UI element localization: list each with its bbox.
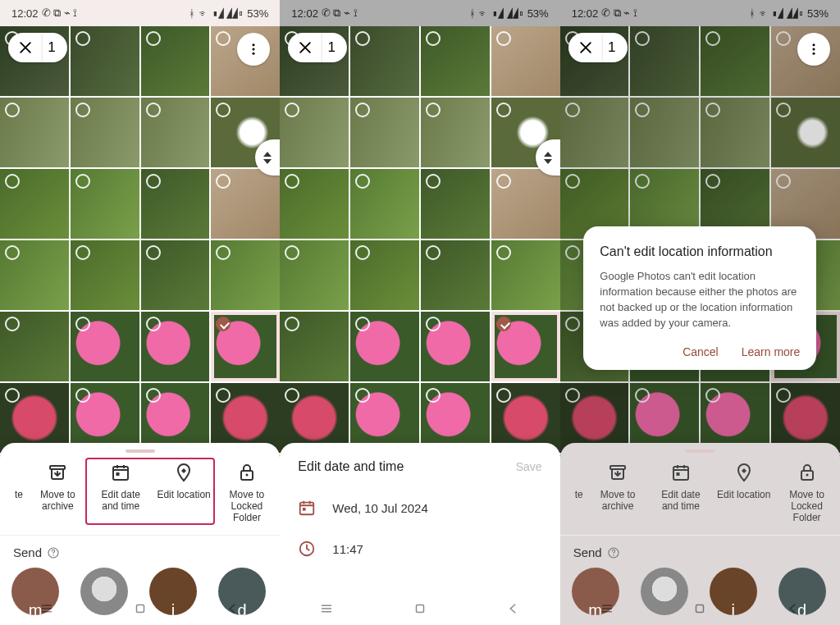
time-row[interactable]: 11:47 (280, 528, 559, 569)
select-circle[interactable] (75, 31, 90, 46)
nav-home-icon[interactable] (413, 601, 427, 616)
select-circle[interactable] (146, 103, 161, 117)
calendar-icon (298, 499, 316, 517)
android-navbar (560, 592, 840, 625)
location-edit-error-dialog: Can't edit location information Google P… (583, 226, 816, 370)
save-button[interactable]: Save (516, 460, 542, 473)
action-move-to-archive[interactable]: Move to archive (26, 463, 89, 523)
select-circle[interactable] (146, 31, 161, 46)
nav-back-icon[interactable] (226, 601, 240, 616)
selection-count: 1 (43, 33, 67, 62)
android-navbar (0, 592, 280, 625)
select-circle[interactable] (5, 174, 20, 189)
nav-recents-icon[interactable] (39, 601, 54, 616)
select-circle[interactable] (146, 388, 161, 403)
action-delete-partial[interactable]: te (2, 463, 26, 523)
select-circle[interactable] (5, 317, 20, 331)
clock-icon (298, 540, 316, 558)
nav-home-icon[interactable] (692, 601, 707, 616)
select-circle[interactable] (146, 245, 161, 260)
action-move-to-locked-folder[interactable]: Move to Locked Folder (215, 463, 278, 523)
sheet-handle[interactable] (126, 449, 155, 453)
dialog-body: Google Photos can't edit location inform… (600, 269, 800, 331)
select-circle[interactable] (146, 317, 161, 331)
dialog-learn-more-button[interactable]: Learn more (742, 345, 801, 358)
select-circle[interactable] (75, 245, 90, 260)
select-circle[interactable] (5, 103, 20, 117)
archive-icon (48, 463, 67, 482)
status-bar: 12:02 ✆ ⧉ ⌁ ⟟ ᚼ ᯤ ▮◢ ◢◢▯53% (280, 0, 559, 26)
status-battery: 53% (247, 7, 268, 20)
status-battery: 53% (807, 7, 829, 20)
send-section-header: Send (0, 536, 280, 568)
selection-count: 1 (603, 33, 628, 62)
selected-check-icon[interactable] (216, 317, 231, 331)
selection-bar: 1 (8, 33, 67, 62)
select-circle[interactable] (75, 388, 90, 403)
nav-back-icon[interactable] (786, 601, 801, 616)
lock-icon (237, 463, 257, 482)
status-bar: 12:02 ✆ ⧉ ⌁ ⟟ ᚼ ᯤ ▮◢ ◢◢▯53% (560, 0, 840, 26)
action-edit-date-time[interactable]: Edit date and time (89, 463, 153, 523)
select-circle[interactable] (75, 103, 90, 117)
select-circle[interactable] (75, 174, 90, 189)
status-time: 12:02 (572, 7, 599, 20)
action-edit-location[interactable]: Edit location (153, 463, 216, 523)
selected-photo[interactable] (211, 312, 280, 381)
close-selection-button[interactable] (8, 33, 43, 62)
android-navbar (280, 592, 559, 625)
time-value: 11:47 (332, 542, 363, 556)
nav-back-icon[interactable] (506, 601, 521, 616)
nav-recents-icon[interactable] (319, 601, 334, 616)
select-circle[interactable] (75, 317, 90, 331)
close-selection-button[interactable] (568, 33, 603, 62)
status-bar: 12:02 ✆ ⧉ ⌁ ⟟ ᚼ ᯤ ▮◢ ◢◢▯53% (0, 0, 280, 26)
date-value: Wed, 10 Jul 2024 (332, 501, 427, 515)
dialog-title: Can't edit location information (600, 244, 800, 259)
nav-home-icon[interactable] (133, 601, 148, 616)
sheet-title: Edit date and time (298, 459, 404, 474)
overflow-menu-button[interactable] (797, 33, 830, 66)
help-icon[interactable] (47, 546, 60, 559)
close-selection-button[interactable] (288, 33, 322, 62)
selection-count: 1 (322, 33, 347, 62)
nav-recents-icon[interactable] (600, 601, 614, 616)
status-time: 12:02 (291, 7, 318, 20)
select-circle[interactable] (5, 245, 20, 260)
date-row[interactable]: Wed, 10 Jul 2024 (280, 487, 559, 528)
select-circle[interactable] (5, 388, 20, 403)
status-battery: 53% (527, 7, 549, 20)
edit-location-icon (174, 463, 194, 482)
select-circle[interactable] (146, 174, 161, 189)
status-time: 12:02 (11, 7, 39, 20)
calendar-icon (111, 463, 130, 482)
dialog-cancel-button[interactable]: Cancel (682, 345, 719, 358)
